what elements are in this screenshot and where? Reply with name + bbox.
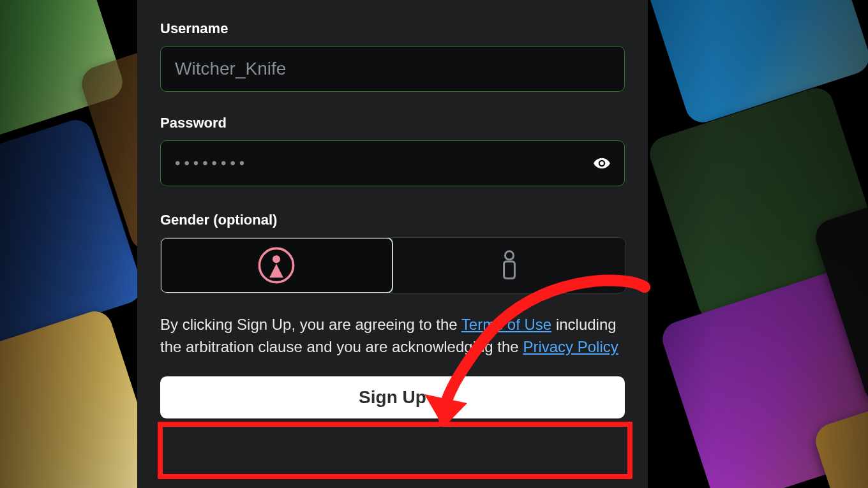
username-label: Username: [160, 20, 625, 37]
gender-toggle: [160, 237, 626, 293]
gender-label: Gender (optional): [160, 212, 625, 228]
username-input[interactable]: [160, 46, 625, 92]
signup-panel: Username Password Gender (optional): [137, 0, 648, 488]
terms-prefix: By clicking Sign Up, you are agreeing to…: [160, 316, 461, 333]
svg-point-2: [505, 251, 513, 260]
password-input[interactable]: [160, 140, 625, 186]
gender-male-button[interactable]: [393, 238, 626, 293]
eye-icon: [593, 154, 611, 172]
female-icon: [258, 247, 295, 284]
svg-point-1: [273, 255, 280, 263]
password-field-wrap: [160, 140, 625, 186]
username-field-wrap: [160, 46, 625, 92]
gender-female-button[interactable]: [160, 237, 393, 293]
male-icon: [497, 250, 522, 281]
password-label: Password: [160, 115, 625, 131]
signup-button[interactable]: Sign Up: [160, 376, 625, 418]
privacy-policy-link[interactable]: Privacy Policy: [523, 338, 618, 355]
terms-of-use-link[interactable]: Terms of Use: [461, 316, 551, 333]
terms-text: By clicking Sign Up, you are agreeing to…: [160, 314, 625, 359]
svg-rect-3: [504, 262, 514, 278]
toggle-password-visibility[interactable]: [593, 154, 611, 172]
